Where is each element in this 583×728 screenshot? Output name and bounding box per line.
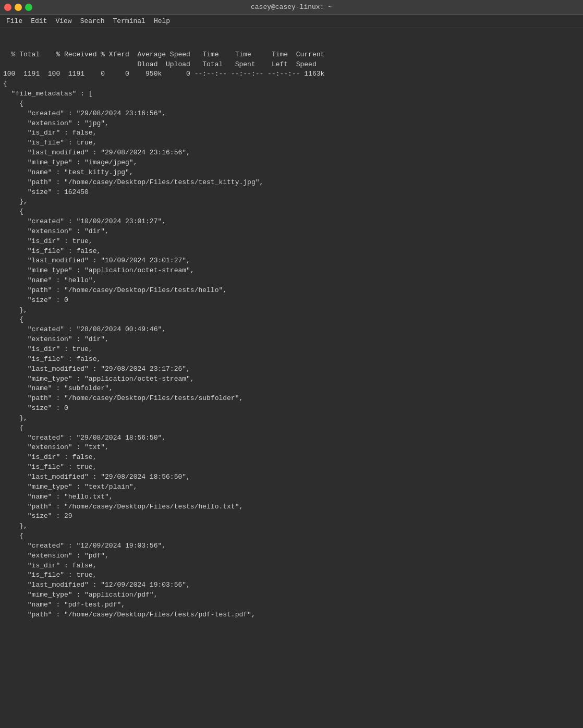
terminal-line: "name" : "subfolder", [3, 384, 580, 394]
menu-search[interactable]: Search [76, 16, 109, 26]
terminal-line: "size" : 0 [3, 296, 580, 306]
terminal-line: "path" : "/home/casey/Desktop/Files/test… [3, 502, 580, 512]
menu-file[interactable]: File [2, 16, 27, 26]
terminal-line: "is_file" : true, [3, 571, 580, 580]
terminal-line: "path" : "/home/casey/Desktop/Files/test… [3, 286, 580, 296]
terminal-line: }, [3, 414, 580, 423]
close-button[interactable] [4, 4, 11, 11]
terminal-line: "name" : "test_kitty.jpg", [3, 168, 580, 178]
terminal-line: "is_file" : false, [3, 247, 580, 257]
minimize-button[interactable] [15, 4, 22, 11]
terminal-line: "extension" : "txt", [3, 443, 580, 453]
menubar: File Edit View Search Terminal Help [0, 15, 583, 28]
terminal-line: "is_dir" : false, [3, 128, 580, 138]
terminal-line: "file_metadatas" : [ [3, 89, 580, 99]
terminal-line: "mime_type" : "application/octet-stream"… [3, 266, 580, 276]
terminal-line: 100 1191 100 1191 0 0 950k 0 --:--:-- --… [3, 69, 580, 79]
terminal-line: "path" : "/home/casey/Desktop/Files/test… [3, 178, 580, 188]
terminal-line: "created" : "28/08/2024 00:49:46", [3, 325, 580, 335]
terminal-line: "mime_type" : "application/octet-stream"… [3, 374, 580, 384]
terminal-line: }, [3, 521, 580, 531]
terminal-line: "size" : 162450 [3, 188, 580, 198]
maximize-button[interactable] [25, 4, 32, 11]
terminal-line: "is_file" : true, [3, 463, 580, 472]
terminal-line: "created" : "29/08/2024 23:16:56", [3, 109, 580, 119]
terminal-line: "last_modified" : "29/08/2024 23:16:56", [3, 148, 580, 158]
terminal-line: "path" : "/home/casey/Desktop/Files/test… [3, 394, 580, 404]
terminal-line: "last_modified" : "29/08/2024 18:56:50", [3, 472, 580, 482]
terminal-line: "extension" : "dir", [3, 335, 580, 345]
window-title: casey@casey-linux: ~ [251, 3, 332, 11]
terminal-line: Dload Upload Total Spent Left Speed [3, 60, 580, 70]
terminal-line: "last_modified" : "12/09/2024 19:03:56", [3, 580, 580, 590]
terminal-line: "mime_type" : "image/jpeg", [3, 158, 580, 168]
terminal-line: "last_modified" : "29/08/2024 23:17:26", [3, 365, 580, 374]
terminal-line: { [3, 99, 580, 109]
terminal-line: { [3, 423, 580, 433]
terminal-line: "mime_type" : "text/plain", [3, 482, 580, 492]
terminal-line: "extension" : "pdf", [3, 551, 580, 561]
terminal-line: "name" : "hello.txt", [3, 492, 580, 502]
terminal-line: "last_modified" : "10/09/2024 23:01:27", [3, 256, 580, 266]
terminal-line: "extension" : "jpg", [3, 119, 580, 129]
terminal-line: { [3, 79, 580, 89]
terminal-line: "is_file" : false, [3, 355, 580, 365]
terminal-line: "path" : "/home/casey/Desktop/Files/test… [3, 610, 580, 620]
terminal-output[interactable]: % Total % Received % Xferd Average Speed… [0, 28, 583, 728]
terminal-line: "created" : "29/08/2024 18:56:50", [3, 433, 580, 443]
terminal-line: }, [3, 197, 580, 207]
terminal-window: casey@casey-linux: ~ File Edit View Sear… [0, 0, 583, 728]
terminal-line: { [3, 207, 580, 217]
terminal-line: "created" : "10/09/2024 23:01:27", [3, 217, 580, 227]
terminal-line: { [3, 315, 580, 325]
terminal-line: "is_dir" : false, [3, 453, 580, 463]
terminal-line: % Total % Received % Xferd Average Speed… [3, 50, 580, 60]
terminal-line: "is_dir" : true, [3, 345, 580, 355]
menu-terminal[interactable]: Terminal [108, 16, 149, 26]
window-controls [4, 4, 32, 11]
terminal-line: "is_file" : true, [3, 138, 580, 148]
terminal-line: "name" : "hello", [3, 276, 580, 286]
terminal-line: "created" : "12/09/2024 19:03:56", [3, 541, 580, 551]
terminal-line: "mime_type" : "application/pdf", [3, 590, 580, 600]
terminal-line: "is_dir" : true, [3, 237, 580, 247]
terminal-line: "name" : "pdf-test.pdf", [3, 600, 580, 610]
terminal-line: "is_dir" : false, [3, 561, 580, 571]
menu-help[interactable]: Help [150, 16, 174, 26]
terminal-line: "extension" : "dir", [3, 227, 580, 237]
title-bar: casey@casey-linux: ~ [0, 0, 583, 15]
terminal-line: "size" : 29 [3, 512, 580, 521]
terminal-line: }, [3, 306, 580, 316]
terminal-line: { [3, 531, 580, 541]
terminal-line: "size" : 0 [3, 404, 580, 414]
menu-edit[interactable]: Edit [27, 16, 51, 26]
menu-view[interactable]: View [51, 16, 76, 26]
